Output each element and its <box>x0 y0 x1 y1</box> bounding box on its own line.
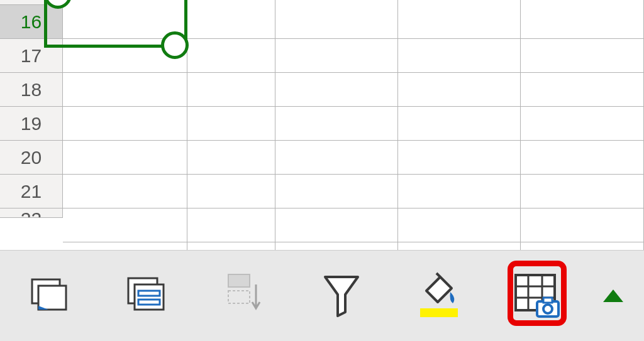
insert-cells-icon <box>222 271 266 321</box>
row-header-17[interactable]: 17 <box>0 39 63 73</box>
selection-handle-bottom-right[interactable] <box>161 31 189 59</box>
row-header-label: 20 <box>21 147 42 168</box>
funnel-icon <box>321 273 362 318</box>
switch-view-button[interactable] <box>97 251 195 341</box>
row-header-column: 15 16 17 18 19 20 21 22 <box>0 0 63 218</box>
bottom-toolbar <box>0 250 644 341</box>
chevron-up-icon <box>603 290 623 302</box>
card-view-button[interactable] <box>0 251 97 341</box>
svg-rect-7 <box>228 274 250 287</box>
fill-color-button[interactable] <box>390 251 487 341</box>
row-header-22[interactable]: 22 <box>0 208 63 218</box>
data-from-picture-button[interactable] <box>487 251 585 341</box>
spreadsheet-grid[interactable]: 15 16 17 18 19 20 21 22 <box>0 0 644 250</box>
row-header-19[interactable]: 19 <box>0 107 63 141</box>
insert-cells-button[interactable] <box>195 251 292 341</box>
grid-row <box>63 175 644 208</box>
row-header-label: 21 <box>21 181 42 202</box>
grid-row <box>63 5 644 39</box>
row-header-20[interactable]: 20 <box>0 141 63 175</box>
row-header-label: 19 <box>21 113 42 134</box>
row-header-label: 18 <box>21 79 42 100</box>
grid-row <box>63 208 644 242</box>
row-header-18[interactable]: 18 <box>0 73 63 107</box>
table-camera-icon <box>512 271 561 320</box>
grid-row <box>63 73 644 107</box>
paint-bucket-icon <box>415 272 463 320</box>
svg-rect-9 <box>420 308 458 317</box>
row-header-label: 17 <box>21 45 42 67</box>
card-view-icon <box>27 276 71 316</box>
row-header-16[interactable]: 16 <box>0 5 63 39</box>
svg-rect-4 <box>135 284 164 310</box>
expand-toolbar-button[interactable] <box>585 251 641 341</box>
layers-icon <box>125 276 169 316</box>
row-header-label: 15 <box>21 0 42 2</box>
row-header-label: 16 <box>21 11 42 33</box>
svg-rect-16 <box>543 298 552 303</box>
row-header-label: 22 <box>21 208 42 218</box>
svg-rect-8 <box>228 291 250 303</box>
svg-rect-1 <box>38 286 66 310</box>
grid-row <box>63 39 644 73</box>
filter-button[interactable] <box>292 251 390 341</box>
grid-row <box>63 141 644 175</box>
grid-row <box>63 107 644 141</box>
row-header-21[interactable]: 21 <box>0 175 63 208</box>
